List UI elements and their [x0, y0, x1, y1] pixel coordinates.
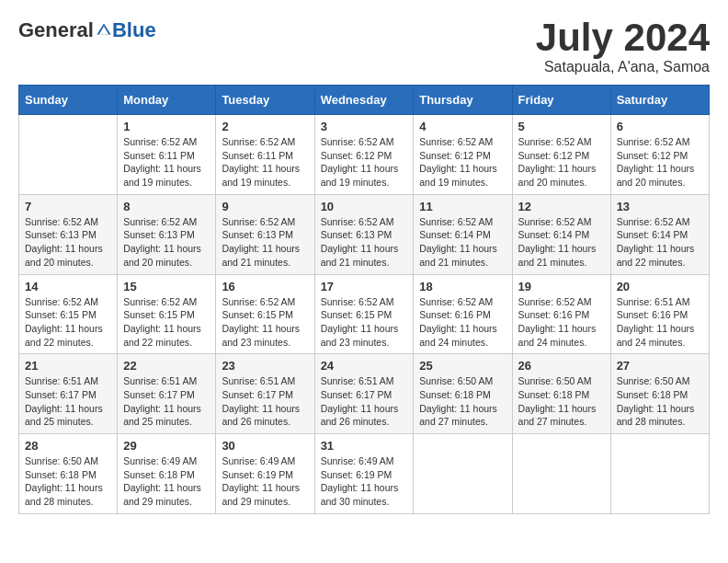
day-info: Sunrise: 6:51 AM Sunset: 6:16 PM Dayligh…	[617, 295, 703, 350]
weekday-header-tuesday: Tuesday	[216, 86, 314, 115]
calendar-cell: 26Sunrise: 6:50 AM Sunset: 6:18 PM Dayli…	[512, 354, 610, 434]
calendar-cell: 22Sunrise: 6:51 AM Sunset: 6:17 PM Dayli…	[118, 354, 216, 434]
day-info: Sunrise: 6:52 AM Sunset: 6:15 PM Dayligh…	[321, 295, 408, 350]
calendar-cell: 25Sunrise: 6:50 AM Sunset: 6:18 PM Dayli…	[414, 354, 512, 434]
day-info: Sunrise: 6:52 AM Sunset: 6:15 PM Dayligh…	[123, 295, 210, 350]
calendar-cell: 27Sunrise: 6:50 AM Sunset: 6:18 PM Dayli…	[610, 354, 709, 434]
calendar-cell: 9Sunrise: 6:52 AM Sunset: 6:13 PM Daylig…	[216, 194, 314, 274]
day-info: Sunrise: 6:52 AM Sunset: 6:13 PM Dayligh…	[123, 215, 210, 270]
day-info: Sunrise: 6:52 AM Sunset: 6:12 PM Dayligh…	[419, 135, 506, 190]
day-info: Sunrise: 6:52 AM Sunset: 6:12 PM Dayligh…	[321, 135, 408, 190]
calendar-cell: 16Sunrise: 6:52 AM Sunset: 6:15 PM Dayli…	[216, 274, 314, 354]
week-row-4: 21Sunrise: 6:51 AM Sunset: 6:17 PM Dayli…	[19, 354, 710, 434]
day-number: 14	[25, 280, 111, 293]
day-number: 29	[123, 439, 210, 453]
weekday-header-thursday: Thursday	[414, 86, 512, 115]
day-number: 4	[419, 120, 506, 133]
logo-blue: Blue	[112, 18, 156, 42]
calendar-cell: 15Sunrise: 6:52 AM Sunset: 6:15 PM Dayli…	[118, 274, 216, 354]
weekday-header-row: SundayMondayTuesdayWednesdayThursdayFrid…	[19, 86, 710, 115]
day-number: 8	[123, 200, 210, 213]
day-number: 28	[25, 439, 111, 453]
day-info: Sunrise: 6:52 AM Sunset: 6:12 PM Dayligh…	[518, 135, 605, 190]
week-row-3: 14Sunrise: 6:52 AM Sunset: 6:15 PM Dayli…	[19, 274, 710, 354]
calendar-cell: 6Sunrise: 6:52 AM Sunset: 6:12 PM Daylig…	[610, 115, 709, 195]
calendar-cell: 1Sunrise: 6:52 AM Sunset: 6:11 PM Daylig…	[118, 115, 216, 195]
calendar-cell: 29Sunrise: 6:49 AM Sunset: 6:18 PM Dayli…	[118, 434, 216, 514]
day-number: 1	[123, 120, 210, 133]
day-number: 22	[123, 359, 210, 373]
logo-general: General	[18, 18, 94, 42]
day-info: Sunrise: 6:50 AM Sunset: 6:18 PM Dayligh…	[419, 374, 506, 429]
day-number: 13	[617, 200, 703, 213]
day-number: 26	[518, 359, 605, 373]
day-number: 3	[321, 120, 408, 133]
day-number: 9	[222, 200, 308, 213]
calendar-cell: 17Sunrise: 6:52 AM Sunset: 6:15 PM Dayli…	[314, 274, 414, 354]
calendar-cell: 30Sunrise: 6:49 AM Sunset: 6:19 PM Dayli…	[216, 434, 314, 514]
calendar-cell: 20Sunrise: 6:51 AM Sunset: 6:16 PM Dayli…	[610, 274, 709, 354]
day-number: 27	[617, 359, 703, 373]
calendar-cell: 23Sunrise: 6:51 AM Sunset: 6:17 PM Dayli…	[216, 354, 314, 434]
calendar-cell	[512, 434, 610, 514]
calendar-cell: 3Sunrise: 6:52 AM Sunset: 6:12 PM Daylig…	[314, 115, 414, 195]
calendar-cell: 2Sunrise: 6:52 AM Sunset: 6:11 PM Daylig…	[216, 115, 314, 195]
calendar-table: SundayMondayTuesdayWednesdayThursdayFrid…	[18, 85, 710, 514]
calendar-cell: 11Sunrise: 6:52 AM Sunset: 6:14 PM Dayli…	[414, 194, 512, 274]
day-number: 6	[617, 120, 703, 133]
page-header: General Blue July 2024 Satapuala, A'ana,…	[18, 18, 710, 75]
calendar-cell: 12Sunrise: 6:52 AM Sunset: 6:14 PM Dayli…	[512, 194, 610, 274]
day-number: 30	[222, 439, 308, 453]
day-info: Sunrise: 6:52 AM Sunset: 6:14 PM Dayligh…	[518, 215, 605, 270]
calendar-cell: 7Sunrise: 6:52 AM Sunset: 6:13 PM Daylig…	[19, 194, 118, 274]
day-number: 23	[222, 359, 308, 373]
day-info: Sunrise: 6:51 AM Sunset: 6:17 PM Dayligh…	[25, 374, 111, 429]
day-info: Sunrise: 6:52 AM Sunset: 6:16 PM Dayligh…	[419, 295, 506, 350]
day-info: Sunrise: 6:52 AM Sunset: 6:13 PM Dayligh…	[222, 215, 308, 270]
month-title: July 2024	[536, 18, 710, 57]
calendar-cell	[610, 434, 709, 514]
weekday-header-friday: Friday	[512, 86, 610, 115]
day-info: Sunrise: 6:51 AM Sunset: 6:17 PM Dayligh…	[321, 374, 408, 429]
day-number: 12	[518, 200, 605, 213]
calendar-cell: 13Sunrise: 6:52 AM Sunset: 6:14 PM Dayli…	[610, 194, 709, 274]
calendar-cell: 14Sunrise: 6:52 AM Sunset: 6:15 PM Dayli…	[19, 274, 118, 354]
day-info: Sunrise: 6:52 AM Sunset: 6:14 PM Dayligh…	[419, 215, 506, 270]
week-row-2: 7Sunrise: 6:52 AM Sunset: 6:13 PM Daylig…	[19, 194, 710, 274]
day-number: 11	[419, 200, 506, 213]
calendar-cell: 31Sunrise: 6:49 AM Sunset: 6:19 PM Dayli…	[314, 434, 414, 514]
day-number: 16	[222, 280, 308, 293]
week-row-1: 1Sunrise: 6:52 AM Sunset: 6:11 PM Daylig…	[19, 115, 710, 195]
logo-icon	[96, 22, 112, 39]
day-number: 15	[123, 280, 210, 293]
day-number: 20	[617, 280, 703, 293]
title-area: July 2024 Satapuala, A'ana, Samoa	[536, 18, 710, 75]
calendar-cell: 19Sunrise: 6:52 AM Sunset: 6:16 PM Dayli…	[512, 274, 610, 354]
day-number: 5	[518, 120, 605, 133]
day-info: Sunrise: 6:49 AM Sunset: 6:19 PM Dayligh…	[321, 454, 408, 509]
day-number: 19	[518, 280, 605, 293]
weekday-header-wednesday: Wednesday	[314, 86, 414, 115]
logo: General Blue	[18, 18, 156, 42]
day-info: Sunrise: 6:50 AM Sunset: 6:18 PM Dayligh…	[518, 374, 605, 429]
day-number: 7	[25, 200, 111, 213]
calendar-cell	[19, 115, 118, 195]
day-info: Sunrise: 6:52 AM Sunset: 6:16 PM Dayligh…	[518, 295, 605, 350]
calendar-cell: 4Sunrise: 6:52 AM Sunset: 6:12 PM Daylig…	[414, 115, 512, 195]
calendar-cell	[414, 434, 512, 514]
calendar-cell: 5Sunrise: 6:52 AM Sunset: 6:12 PM Daylig…	[512, 115, 610, 195]
day-number: 31	[321, 439, 408, 453]
day-number: 24	[321, 359, 408, 373]
day-info: Sunrise: 6:52 AM Sunset: 6:13 PM Dayligh…	[25, 215, 111, 270]
day-info: Sunrise: 6:51 AM Sunset: 6:17 PM Dayligh…	[222, 374, 308, 429]
week-row-5: 28Sunrise: 6:50 AM Sunset: 6:18 PM Dayli…	[19, 434, 710, 514]
calendar-cell: 10Sunrise: 6:52 AM Sunset: 6:13 PM Dayli…	[314, 194, 414, 274]
day-info: Sunrise: 6:52 AM Sunset: 6:11 PM Dayligh…	[222, 135, 308, 190]
day-number: 17	[321, 280, 408, 293]
day-info: Sunrise: 6:49 AM Sunset: 6:19 PM Dayligh…	[222, 454, 308, 509]
weekday-header-sunday: Sunday	[19, 86, 118, 115]
calendar-cell: 28Sunrise: 6:50 AM Sunset: 6:18 PM Dayli…	[19, 434, 118, 514]
day-info: Sunrise: 6:52 AM Sunset: 6:15 PM Dayligh…	[25, 295, 111, 350]
day-number: 2	[222, 120, 308, 133]
day-info: Sunrise: 6:52 AM Sunset: 6:12 PM Dayligh…	[617, 135, 703, 190]
